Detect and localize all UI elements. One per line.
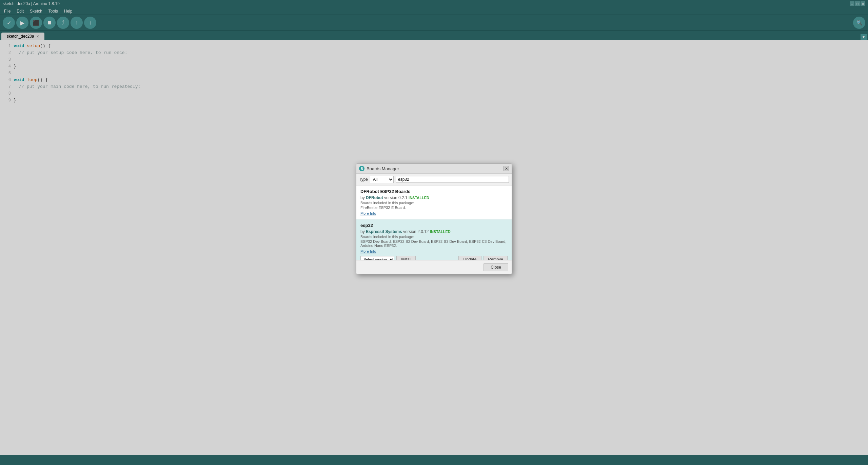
board-dfrobot-title: DFRobot ESP32 Boards bbox=[360, 189, 508, 194]
remove-button[interactable]: Remove bbox=[484, 256, 508, 260]
boards-list[interactable]: DFRobot ESP32 Boards by DFRobot version … bbox=[356, 186, 512, 260]
board-esp32-installed: INSTALLED bbox=[430, 230, 451, 234]
dialog-search-bar: Type All Contributed Arduino bbox=[356, 174, 512, 186]
board-dfrobot-more-info[interactable]: More Info bbox=[360, 211, 376, 215]
modal-overlay: B Boards Manager ✕ Type All Contributed … bbox=[0, 0, 868, 465]
board-dfrobot-version-prefix: version bbox=[384, 195, 398, 200]
dialog-footer: Close bbox=[356, 260, 512, 274]
dialog-titlebar: B Boards Manager ✕ bbox=[356, 164, 512, 174]
board-dfrobot-author: DFRobot bbox=[366, 195, 383, 200]
dialog-close-footer-button[interactable]: Close bbox=[484, 263, 508, 271]
board-dfrobot-installed: INSTALLED bbox=[409, 196, 429, 200]
install-button[interactable]: Install bbox=[396, 256, 416, 260]
board-esp32-version-prefix: version bbox=[403, 229, 417, 234]
board-esp32-author: Espressif Systems bbox=[366, 229, 402, 234]
board-item-esp32[interactable]: esp32 by Espressif Systems version 2.0.1… bbox=[356, 219, 512, 260]
board-dfrobot-version: 0.2.1 bbox=[398, 195, 408, 200]
search-input[interactable] bbox=[396, 176, 509, 183]
board-esp32-boards-label: Boards included in this package: bbox=[360, 235, 508, 239]
boards-manager-dialog: B Boards Manager ✕ Type All Contributed … bbox=[356, 163, 512, 274]
dialog-close-button[interactable]: ✕ bbox=[504, 166, 509, 171]
board-esp32-title: esp32 bbox=[360, 223, 508, 228]
board-esp32-version: 2.0.12 bbox=[417, 229, 429, 234]
board-dfrobot-by: by bbox=[360, 195, 366, 200]
board-esp32-action-bar: Select version 2.0.12 2.0.11 2.0.10 Inst… bbox=[360, 256, 508, 260]
board-dfrobot-boards-label: Boards included in this package: bbox=[360, 201, 508, 205]
board-esp32-more-info[interactable]: More Info bbox=[360, 249, 376, 253]
dialog-icon: B bbox=[359, 166, 364, 171]
type-select[interactable]: All Contributed Arduino bbox=[370, 176, 394, 183]
board-dfrobot-boardlist: FireBeetle ESP32-E Board. bbox=[360, 206, 508, 210]
action-right-buttons: Update Remove bbox=[458, 256, 508, 260]
board-item-dfrobot[interactable]: DFRobot ESP32 Boards by DFRobot version … bbox=[356, 186, 512, 219]
type-label: Type bbox=[359, 177, 368, 182]
update-button[interactable]: Update bbox=[458, 256, 482, 260]
dialog-title: Boards Manager bbox=[367, 166, 504, 171]
board-esp32-boardlist: ESP32 Dev Board, ESP32-S2 Dev Board, ESP… bbox=[360, 239, 508, 248]
board-esp32-by: by bbox=[360, 229, 366, 234]
version-select[interactable]: Select version 2.0.12 2.0.11 2.0.10 bbox=[360, 256, 394, 260]
